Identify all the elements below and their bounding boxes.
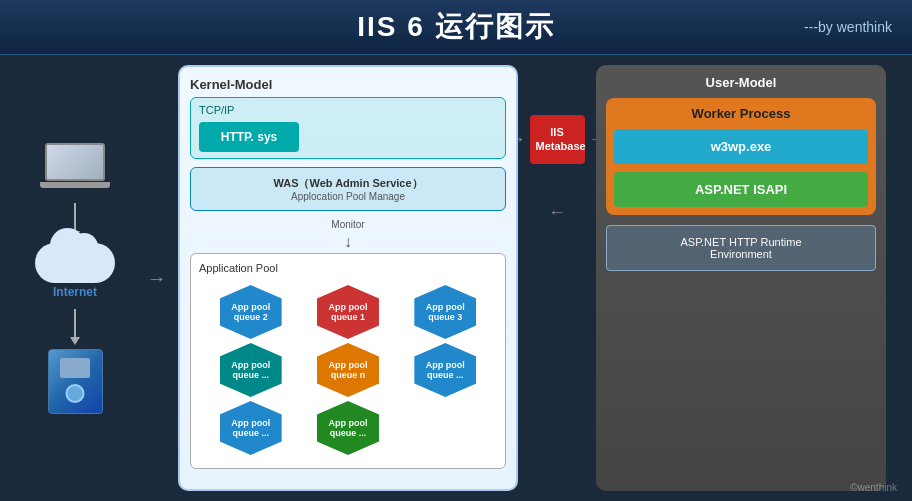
http-sys-box: HTTP. sys [199,122,299,152]
aspnet-isapi-box: ASP.NET ISAPI [614,172,868,207]
author-label: ---by wenthink [804,19,892,35]
arrow-down-1 [74,203,76,233]
main-content: Internet → Kernel-Model TCP/IP HTTP. sys… [0,55,912,501]
worker-process-title: Worker Process [614,106,868,121]
hex-item-2: App poolqueue 1 [301,285,394,339]
hex-shape-4: App poolqueue ... [220,343,282,397]
worker-process-container: Worker Process w3wp.exe ASP.NET ISAPI [606,98,876,215]
w3wp-box: w3wp.exe [614,129,868,164]
hex-item-7: App poolqueue ... [204,401,297,455]
connector-left-kernel: → [139,65,174,491]
monitor-label: Monitor [190,219,506,230]
watermark: ©wenthink [850,482,897,493]
left-arrow-was: ← [548,202,566,223]
right-arrow-icon: → [147,267,167,290]
hex-grid: App poolqueue 2 App poolqueue 1 App pool… [199,280,497,460]
hex-item-8: App poolqueue ... [301,401,394,455]
client-panel: Internet [15,65,135,491]
app-pool-title: Application Pool [199,262,497,274]
hex-item-5: App poolqueue n [301,343,394,397]
server-icon [48,349,103,414]
app-pool-box: Application Pool App poolqueue 2 App poo… [190,253,506,469]
aspnet-runtime-box: ASP.NET HTTP RuntimeEnvironment [606,225,876,271]
aspnet-runtime-label: ASP.NET HTTP RuntimeEnvironment [680,236,801,260]
hex-item-6: App poolqueue ... [399,343,492,397]
iis-metabase-box: IISMetabase [530,115,585,164]
arrow-down-2 [74,309,76,339]
iis-metabase-label: IISMetabase [536,126,586,152]
diagram-layout: Internet → Kernel-Model TCP/IP HTTP. sys… [15,65,886,491]
hex-item-3: App poolqueue 3 [399,285,492,339]
internet-label: Internet [35,285,115,299]
hex-shape-1: App poolqueue 2 [220,285,282,339]
tcpip-box: TCP/IP HTTP. sys [190,97,506,159]
hex-shape-8: App poolqueue ... [317,401,379,455]
was-box: WAS（Web Admin Service） Applocation Pool … [190,167,506,211]
user-model-label: User-Model [606,75,876,90]
metabase-connector: → IISMetabase → ← [522,65,592,491]
kernel-label: Kernel-Model [190,77,506,92]
tcpip-label: TCP/IP [199,104,497,116]
cloud-shape [35,243,115,283]
hex-shape-7: App poolqueue ... [220,401,282,455]
was-title: WAS（Web Admin Service） [199,176,497,191]
laptop-screen [45,143,105,181]
laptop-icon [40,143,110,193]
header: IIS 6 运行图示 ---by wenthink [0,0,912,55]
monitor-arrow-icon: ↓ [190,233,506,251]
hex-shape-2: App poolqueue 1 [317,285,379,339]
hex-shape-6: App poolqueue ... [414,343,476,397]
hex-item-4: App poolqueue ... [204,343,297,397]
hex-item-1: App poolqueue 2 [204,285,297,339]
kernel-panel: Kernel-Model TCP/IP HTTP. sys WAS（Web Ad… [178,65,518,491]
http-arrow-row: → IISMetabase → [508,115,607,164]
hex-shape-5: App poolqueue n [317,343,379,397]
internet-cloud: Internet [35,243,115,299]
laptop-base [40,182,110,188]
user-panel: User-Model Worker Process w3wp.exe ASP.N… [596,65,886,491]
was-subtitle: Applocation Pool Manage [199,191,497,202]
page-title: IIS 6 运行图示 [357,8,554,46]
hex-shape-3: App poolqueue 3 [414,285,476,339]
